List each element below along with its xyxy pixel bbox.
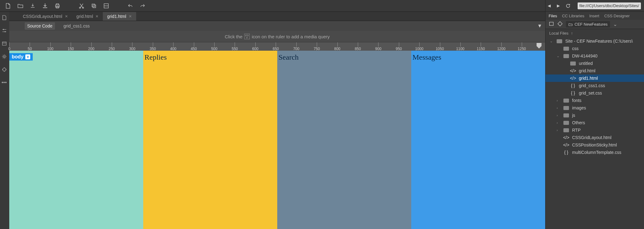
tree-arrow-icon[interactable]: › [557,121,560,125]
close-tab-icon[interactable]: ✕ [65,14,68,19]
tree-arrow-icon[interactable]: › [557,99,560,102]
panel-tab[interactable]: CSS Designer [604,14,629,18]
close-tab-icon[interactable]: ✕ [129,14,132,19]
tree-row[interactable]: ›fonts [546,97,644,104]
panel-tab[interactable]: CC Libraries [562,14,584,18]
source-tab[interactable]: grid_css1.css [61,22,92,30]
folder-icon [563,98,570,103]
download-icon[interactable] [42,2,48,9]
url-bar[interactable]: file:///C|/Users/dbc/Desktop/Sites/ [578,2,641,9]
nav-forward-icon[interactable]: ► [556,2,561,9]
ruler-tick-label: 950 [396,47,402,51]
tree-row[interactable]: </>CSSPositionSticky.html [546,141,644,149]
left-tool-rail: ••• [0,12,9,229]
more-tool-icon[interactable]: ••• [2,80,8,86]
code-tool-icon[interactable] [2,41,8,47]
redo-icon[interactable] [139,2,146,9]
tree-arrow-icon[interactable]: › [557,128,560,132]
css-icon: { } [570,90,576,96]
source-tab[interactable]: Source Code [25,22,55,30]
folder-icon [563,105,570,111]
ruler-tick-label: 500 [211,47,217,51]
add-element-icon[interactable]: + [25,54,30,59]
settings-tool-icon[interactable] [2,28,8,34]
reload-icon[interactable] [565,2,571,9]
ruler-tick-label: 0 [8,47,10,51]
tree-item-label: Others [572,120,585,125]
svg-rect-13 [550,22,554,25]
folder-icon [563,112,570,118]
local-files-header: Local Files ↑ [546,29,644,37]
tree-arrow-icon[interactable]: ⌄ [557,54,560,58]
filter-icon[interactable]: ▼ [537,23,542,29]
css-icon: { } [563,150,570,155]
site-selector[interactable]: CEF NewFeatures [566,21,610,28]
design-canvas[interactable]: RepliesSearchMessages body + [9,51,545,229]
svg-point-8 [3,29,4,30]
tree-row[interactable]: css [546,45,644,52]
nav-back-icon[interactable]: ◄ [547,2,552,9]
tree-arrow-icon[interactable]: ⌄ [550,39,554,43]
grid-cell[interactable]: Messages [411,51,545,229]
panel-tab[interactable]: Insert [589,14,600,18]
doc-tab[interactable]: grid.html✕ [72,12,103,21]
ruler-tick-label: 650 [273,47,279,51]
tree-row[interactable]: ⌄DW-4144940 [546,52,644,60]
panel-tab[interactable]: Files [549,14,557,18]
folder-icon [556,38,563,44]
media-query-marker-icon[interactable] [536,42,542,51]
doc-tab[interactable]: grid1.html✕ [103,12,136,21]
file-tree[interactable]: ⌄Site - CEF NewFeatures (C:\Users\css⌄DW… [546,37,644,229]
ftp-icon[interactable] [549,21,554,28]
doc-tab[interactable]: CSSGridLayout.html✕ [19,12,72,21]
tree-arrow-icon[interactable]: › [557,113,560,117]
tree-item-label: Site - CEF NewFeatures (C:\Users\ [565,39,633,44]
tree-row[interactable]: </>CSSGridLayout.html [546,134,644,141]
copy-icon[interactable] [90,2,97,9]
collapse-icon[interactable] [103,2,110,9]
ruler[interactable]: 0501001502002503003504004505005506006507… [9,42,545,51]
body-element-tag[interactable]: body + [9,53,33,61]
tree-arrow-icon[interactable]: › [557,106,560,110]
tree-row[interactable]: </>grid1.html [546,74,644,82]
svg-rect-5 [92,4,95,7]
new-file-icon[interactable] [5,2,11,9]
ruler-tick-label: 400 [170,47,176,51]
hint-post: icon on the ruler to add a media query [252,34,330,39]
tree-row[interactable]: ›RTP [546,126,644,134]
tree-row[interactable]: ›images [546,104,644,112]
tree-row[interactable]: untitled [546,60,644,67]
tree-item-label: DW-4144940 [572,53,597,58]
git-icon[interactable] [557,21,563,28]
ruler-tick-label: 800 [334,47,340,51]
dropdown-chevron-icon[interactable]: ⌄ [613,21,617,27]
print-icon[interactable] [54,2,61,9]
ruler-tick-label: 900 [375,47,381,51]
gear-tool-icon[interactable] [2,54,8,60]
cloud-download-icon[interactable] [29,2,36,9]
right-panel: FilesCC LibrariesInsertCSS Designer CEF … [545,12,644,229]
undo-icon[interactable] [127,2,134,9]
folder-icon [563,53,570,59]
grid-cell[interactable]: Replies [143,51,277,229]
tree-row[interactable]: ›Others [546,119,644,126]
file-tool-icon[interactable] [2,15,8,21]
cut-icon[interactable] [78,2,85,9]
sort-icon[interactable]: ↑ [571,31,573,36]
grid-cell[interactable] [9,51,143,229]
tree-row[interactable]: ›js [546,112,644,119]
svg-point-11 [3,56,5,57]
tree-item-label: CSSPositionSticky.html [572,142,617,147]
grid-cell[interactable]: Search [277,51,411,229]
close-tab-icon[interactable]: ✕ [95,14,98,19]
tree-row[interactable]: ⌄Site - CEF NewFeatures (C:\Users\ [546,37,644,45]
ruler-tick-label: 1050 [436,47,444,51]
tree-row[interactable]: { }multiColumnTemplate.css [546,149,644,156]
ruler-tick-label: 1250 [518,47,526,51]
tree-item-label: grid_set.css [579,91,602,95]
tree-row[interactable]: { }grid_set.css [546,89,644,97]
tree-row[interactable]: { }grid_css1.css [546,82,644,89]
tree-row[interactable]: </>grid.html [546,67,644,74]
open-folder-icon[interactable] [17,2,24,9]
target-tool-icon[interactable] [2,67,8,73]
